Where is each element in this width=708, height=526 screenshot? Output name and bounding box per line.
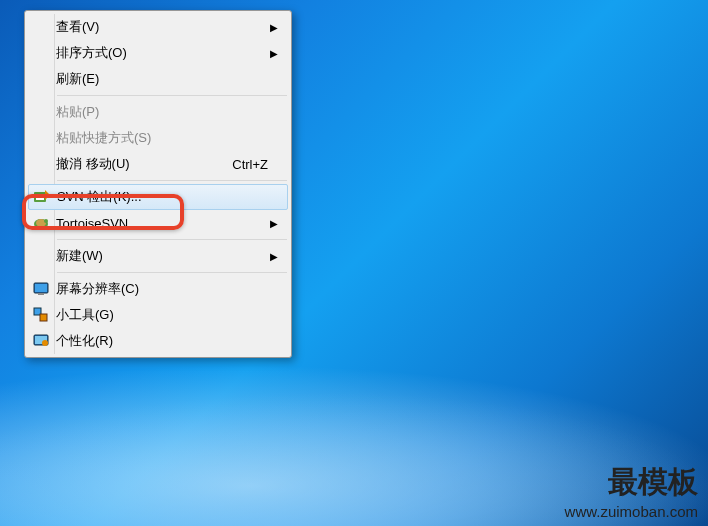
menu-item-paste: 粘贴(P) — [28, 99, 288, 125]
menu-item-view[interactable]: 查看(V) ▶ — [28, 14, 288, 40]
blank-icon — [28, 14, 54, 40]
svg-point-12 — [42, 340, 48, 346]
submenu-arrow-icon: ▶ — [270, 218, 278, 229]
personalize-icon — [28, 328, 54, 354]
menu-item-sort[interactable]: 排序方式(O) ▶ — [28, 40, 288, 66]
menu-label: 查看(V) — [54, 18, 288, 36]
menu-item-tortoisesvn[interactable]: TortoiseSVN ▶ — [28, 210, 288, 236]
menu-label: 刷新(E) — [54, 70, 288, 88]
menu-label: TortoiseSVN — [54, 216, 288, 231]
svn-checkout-icon — [29, 184, 55, 210]
menu-label: 粘贴快捷方式(S) — [54, 129, 288, 147]
menu-item-paste-shortcut: 粘贴快捷方式(S) — [28, 125, 288, 151]
menu-item-undo-move[interactable]: 撤消 移动(U) Ctrl+Z — [28, 151, 288, 177]
menu-item-screen-resolution[interactable]: 屏幕分辨率(C) — [28, 276, 288, 302]
svg-rect-9 — [40, 314, 47, 321]
svg-rect-6 — [35, 284, 47, 292]
menu-label: 新建(W) — [54, 247, 288, 265]
blank-icon — [28, 243, 54, 269]
menu-shortcut: Ctrl+Z — [232, 157, 288, 172]
menu-label: 粘贴(P) — [54, 103, 288, 121]
svg-rect-7 — [38, 293, 44, 295]
submenu-arrow-icon: ▶ — [270, 48, 278, 59]
context-menu: 查看(V) ▶ 排序方式(O) ▶ 刷新(E) 粘贴(P) 粘贴快捷方式(S) … — [24, 10, 292, 358]
tortoisesvn-icon — [28, 210, 54, 236]
blank-icon — [28, 99, 54, 125]
menu-item-personalize[interactable]: 个性化(R) — [28, 328, 288, 354]
menu-separator — [57, 95, 287, 96]
menu-label: 小工具(G) — [54, 306, 288, 324]
svg-point-4 — [44, 219, 48, 223]
svg-rect-1 — [36, 194, 44, 200]
blank-icon — [28, 125, 54, 151]
menu-separator — [57, 239, 287, 240]
blank-icon — [28, 40, 54, 66]
menu-label: 排序方式(O) — [54, 44, 288, 62]
blank-icon — [28, 66, 54, 92]
menu-separator — [57, 272, 287, 273]
gadgets-icon — [28, 302, 54, 328]
menu-item-svn-checkout[interactable]: SVN 检出(K)... — [28, 184, 288, 210]
menu-item-new[interactable]: 新建(W) ▶ — [28, 243, 288, 269]
watermark: 最模板 www.zuimoban.com — [565, 462, 698, 520]
monitor-icon — [28, 276, 54, 302]
submenu-arrow-icon: ▶ — [270, 22, 278, 33]
blank-icon — [28, 151, 54, 177]
menu-item-gadgets[interactable]: 小工具(G) — [28, 302, 288, 328]
menu-separator — [57, 180, 287, 181]
submenu-arrow-icon: ▶ — [270, 251, 278, 262]
menu-label: 个性化(R) — [54, 332, 288, 350]
menu-label: 撤消 移动(U) — [54, 155, 232, 173]
menu-label: 屏幕分辨率(C) — [54, 280, 288, 298]
menu-label: SVN 检出(K)... — [55, 188, 287, 206]
watermark-url: www.zuimoban.com — [565, 503, 698, 520]
menu-item-refresh[interactable]: 刷新(E) — [28, 66, 288, 92]
watermark-title: 最模板 — [565, 462, 698, 503]
